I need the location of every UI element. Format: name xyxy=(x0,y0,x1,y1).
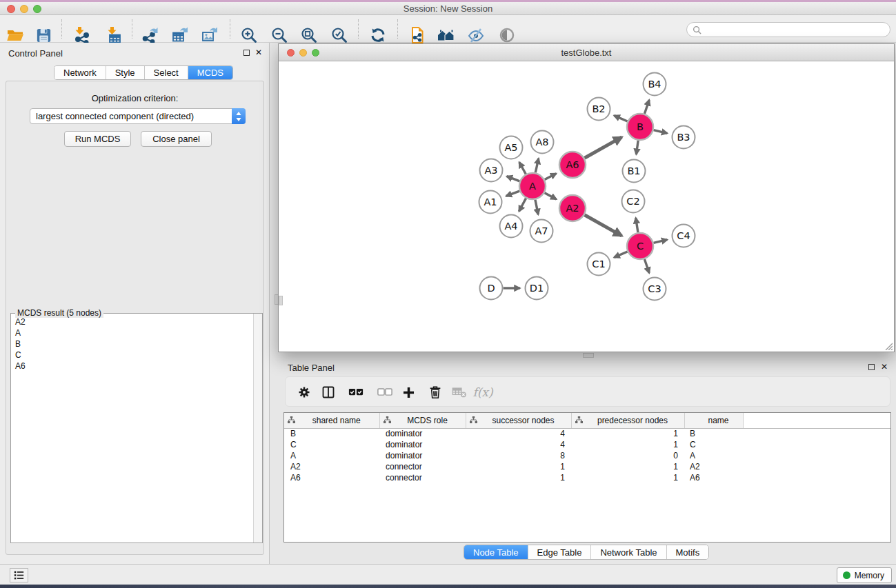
graph-edge-C-C1[interactable] xyxy=(614,252,627,257)
tab-network-table[interactable]: Network Table xyxy=(590,545,666,559)
delete-columns-button[interactable] xyxy=(426,383,445,402)
graph-node-C1[interactable]: C1 xyxy=(588,253,610,276)
mcds-result-scrollbar[interactable] xyxy=(253,314,262,543)
close-panel-button[interactable]: Close panel xyxy=(141,131,212,147)
graph-node-A7[interactable]: A7 xyxy=(530,220,553,243)
home-button[interactable] xyxy=(435,25,458,45)
graph-edge-A-A1[interactable] xyxy=(506,191,520,196)
graph-edge-A-A7[interactable] xyxy=(535,200,538,215)
graph-node-C2[interactable]: C2 xyxy=(622,190,645,213)
graph-edge-A-A3[interactable] xyxy=(507,176,520,181)
graph-node-C3[interactable]: C3 xyxy=(644,278,666,301)
tab-select[interactable]: Select xyxy=(144,66,188,79)
graph-node-C4[interactable]: C4 xyxy=(673,225,695,247)
close-table-panel-icon[interactable]: ✕ xyxy=(881,363,888,370)
window-resize-grip[interactable] xyxy=(884,341,893,350)
select-all-columns-button[interactable] xyxy=(346,383,366,402)
delete-table-button[interactable] xyxy=(450,383,469,402)
graph-edge-A-A5[interactable] xyxy=(519,162,526,174)
column-header[interactable]: MCDS role xyxy=(379,413,466,428)
function-builder-button[interactable]: f(x) xyxy=(473,383,492,402)
mcds-result-item[interactable]: A2 xyxy=(12,316,252,327)
network-graph[interactable]: B4B2BB3A8A5A6A3B1AC2A1A2A4A7C4CC1C3DD1 xyxy=(279,61,894,352)
zoom-selected-button[interactable] xyxy=(328,25,351,45)
graph-node-A4[interactable]: A4 xyxy=(500,215,523,238)
graph-node-B1[interactable]: B1 xyxy=(623,160,646,183)
graph-node-A1[interactable]: A1 xyxy=(479,191,502,214)
table-row[interactable]: A2connector11A2 xyxy=(284,461,890,472)
open-network-file-button[interactable] xyxy=(406,25,429,45)
table-row[interactable]: Adominator80A xyxy=(284,450,890,461)
graph-edge-A2-C[interactable] xyxy=(584,215,621,236)
search-field[interactable] xyxy=(686,22,890,37)
graph-node-B4[interactable]: B4 xyxy=(644,73,666,96)
graph-edge-B-B2[interactable] xyxy=(614,116,627,121)
graph-edge-A6-B[interactable] xyxy=(584,137,621,158)
graph-edge-C-C4[interactable] xyxy=(653,240,667,243)
table-row[interactable]: Bdominator41B xyxy=(284,428,890,439)
close-panel-icon[interactable]: ✕ xyxy=(255,49,262,56)
maximize-network-window-button[interactable] xyxy=(312,49,319,57)
search-input[interactable] xyxy=(704,25,890,34)
hide-graphics-details-button[interactable] xyxy=(464,25,488,45)
minimize-network-window-button[interactable] xyxy=(299,49,307,57)
zoom-fit-button[interactable] xyxy=(297,25,321,45)
tab-network[interactable]: Network xyxy=(54,66,106,79)
graph-edge-C-C2[interactable] xyxy=(636,218,638,232)
tab-edge-table[interactable]: Edge Table xyxy=(528,545,591,559)
graph-node-A[interactable]: A xyxy=(519,173,546,199)
graph-edge-A-A4[interactable] xyxy=(519,199,526,212)
graph-edge-B-B3[interactable] xyxy=(653,130,667,134)
mcds-result-item[interactable]: B xyxy=(12,338,252,349)
table-row[interactable]: A6connector11A6 xyxy=(284,472,890,483)
create-column-button[interactable] xyxy=(399,383,418,402)
close-window-button[interactable] xyxy=(7,5,15,13)
close-network-window-button[interactable] xyxy=(287,49,295,57)
network-vertical-scroll-thumb[interactable] xyxy=(279,296,283,305)
graph-edge-A-A6[interactable] xyxy=(545,174,557,180)
network-window-titlebar[interactable]: testGlobe.txt xyxy=(279,44,894,61)
mcds-result-item[interactable]: A6 xyxy=(12,361,252,372)
graph-node-A8[interactable]: A8 xyxy=(531,131,554,154)
float-panel-icon[interactable] xyxy=(243,50,250,56)
tab-mcds[interactable]: MCDS xyxy=(188,66,232,79)
memory-button[interactable]: Memory xyxy=(837,567,892,583)
float-table-panel-icon[interactable] xyxy=(868,364,875,370)
unselect-all-columns-button[interactable] xyxy=(375,383,395,402)
maximize-window-button[interactable] xyxy=(33,5,41,13)
table-settings-button[interactable] xyxy=(295,383,314,402)
graph-node-B2[interactable]: B2 xyxy=(588,98,610,121)
graph-node-A6[interactable]: A6 xyxy=(559,152,586,178)
refresh-button[interactable] xyxy=(366,25,390,45)
network-canvas[interactable]: B4B2BB3A8A5A6A3B1AC2A1A2A4A7C4CC1C3DD1 xyxy=(279,61,894,352)
minimize-window-button[interactable] xyxy=(20,5,28,13)
mcds-result-item[interactable]: C xyxy=(12,349,252,361)
tab-node-table[interactable]: Node Table xyxy=(464,545,528,559)
graph-edge-A-A8[interactable] xyxy=(535,159,539,173)
graph-node-B3[interactable]: B3 xyxy=(673,126,695,149)
column-header[interactable]: predecessor nodes xyxy=(571,413,684,428)
graph-edge-A-A2[interactable] xyxy=(545,193,557,199)
graph-node-C[interactable]: C xyxy=(627,233,653,259)
graph-node-D1[interactable]: D1 xyxy=(526,277,548,300)
graph-node-B[interactable]: B xyxy=(627,114,653,140)
graph-edge-B-B4[interactable] xyxy=(644,100,649,114)
graph-node-A3[interactable]: A3 xyxy=(480,159,503,182)
zoom-out-button[interactable] xyxy=(268,25,291,45)
tab-motifs[interactable]: Motifs xyxy=(666,545,709,559)
show-graphics-details-button[interactable] xyxy=(495,25,519,45)
column-header[interactable]: name xyxy=(684,413,743,428)
graph-edge-B-B1[interactable] xyxy=(636,141,638,154)
column-header[interactable]: shared name xyxy=(284,413,379,428)
tab-style[interactable]: Style xyxy=(106,66,144,79)
table-row[interactable]: Cdominator41C xyxy=(284,439,890,450)
graph-node-A5[interactable]: A5 xyxy=(500,136,523,159)
graph-edge-C-C3[interactable] xyxy=(644,259,649,273)
node-table[interactable]: shared nameMCDS rolesuccessor nodesprede… xyxy=(283,412,891,543)
show-column-panel-button[interactable] xyxy=(319,383,338,402)
graph-node-A2[interactable]: A2 xyxy=(559,195,586,221)
run-mcds-button[interactable]: Run MCDS xyxy=(64,131,131,147)
show-task-history-button[interactable] xyxy=(10,568,28,582)
mcds-result-item[interactable]: A xyxy=(12,327,252,338)
column-header[interactable]: successor nodes xyxy=(466,413,571,428)
